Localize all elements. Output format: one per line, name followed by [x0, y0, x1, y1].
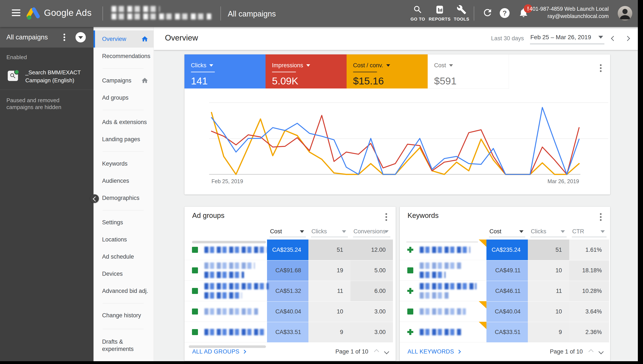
sort-column-ctr[interactable]: CTR: [569, 227, 609, 237]
redacted-account-name[interactable]: [112, 6, 212, 21]
clicks-cell: 9: [528, 322, 569, 342]
nav-item-recommendations[interactable]: Recommendations: [94, 48, 154, 65]
nav-item-advanced-bid-adj[interactable]: Advanced bid adj.: [94, 282, 154, 300]
sidebar-title: All campaigns: [7, 34, 48, 41]
nav-item-overview[interactable]: Overview: [94, 30, 154, 48]
nav-item-change-history[interactable]: Change history: [94, 307, 154, 324]
refresh-button[interactable]: [482, 7, 493, 19]
divider: [103, 329, 144, 329]
nav-item-locations[interactable]: Locations: [94, 231, 154, 248]
nav-item-audiences[interactable]: Audiences: [94, 172, 154, 190]
scorecard-impressions[interactable]: Impressions 5.09K: [265, 54, 347, 88]
context-title: All campaigns: [228, 10, 276, 18]
horizontal-scrollbar[interactable]: [189, 345, 266, 348]
table-row[interactable]: CA$46.11 11 10.28%: [400, 281, 610, 301]
conversions-cell: 6.00: [351, 281, 393, 301]
table-row[interactable]: CA$33.51 9 2.36%: [400, 322, 610, 342]
campaign-switcher-button[interactable]: [76, 32, 86, 42]
screen-edge: [638, 0, 643, 364]
ad-groups-kebab-menu-icon[interactable]: [385, 216, 387, 218]
clicks-cell: 9: [308, 322, 351, 342]
table-row[interactable]: CA$33.51 9 3.00: [184, 322, 396, 342]
home-icon: [141, 77, 148, 84]
nav-item-demographics[interactable]: Demographics: [94, 190, 154, 206]
next-period-button[interactable]: [625, 36, 630, 41]
nav-item-ad-groups[interactable]: Ad groups: [94, 89, 154, 106]
chevron-down-icon: [561, 230, 565, 233]
redacted-keyword: [420, 262, 462, 269]
keywords-kebab-menu-icon[interactable]: [600, 216, 602, 218]
divider: [103, 210, 144, 210]
sort-column-clicks[interactable]: Clicks: [308, 227, 351, 237]
page-down-button[interactable]: [598, 349, 603, 354]
previous-period-button[interactable]: [611, 36, 616, 41]
page-up-button[interactable]: [588, 349, 593, 354]
card-footer: ALL KEYWORDS Page 1 of 10: [400, 342, 610, 361]
nav-item-ads-extensions[interactable]: Ads & extensions: [94, 114, 154, 131]
nav-item-keywords[interactable]: Keywords: [94, 155, 154, 172]
horizontal-scrollbar[interactable]: [192, 241, 266, 244]
divider: [474, 6, 474, 20]
sidebar-kebab-menu-icon[interactable]: [64, 36, 65, 38]
date-range-picker[interactable]: Feb 25 – Mar 26, 2019: [530, 33, 604, 44]
table-row[interactable]: CA$49.11 10 18.18%: [400, 260, 610, 281]
keywords-card: Keywords Cost Clicks CTR CA$235.24 51 1.…: [400, 207, 610, 361]
sort-column-cost[interactable]: Cost: [267, 227, 308, 237]
redacted-ad-group-name: [204, 308, 258, 315]
home-icon: [141, 35, 148, 43]
nav-item-devices[interactable]: Devices: [94, 265, 154, 282]
sort-column-clicks[interactable]: Clicks: [528, 227, 569, 237]
all-keywords-link[interactable]: ALL KEYWORDS: [408, 348, 460, 355]
reports-button[interactable]: REPORTS: [428, 5, 451, 22]
table-row[interactable]: CA$51.32 11 6.00: [184, 281, 396, 301]
nav-item-ad-schedule[interactable]: Ad schedule: [94, 248, 154, 265]
chart-kebab-menu-icon[interactable]: [600, 67, 602, 69]
table-row[interactable]: CA$40.04 10 3.64%: [400, 301, 610, 322]
clicks-cell: 10: [308, 301, 351, 322]
campaign-list-item[interactable]: _Search BMM/EXACT Campaign (English): [0, 63, 94, 90]
horizontal-scrollbar[interactable]: [406, 241, 478, 243]
menu-icon[interactable]: [12, 10, 20, 17]
chevron-down-icon: [600, 230, 605, 233]
tools-button[interactable]: TOOLS: [450, 5, 473, 22]
page-up-button[interactable]: [374, 349, 379, 354]
clicks-cell: 19: [308, 260, 351, 281]
ad-groups-table: CA$235.24 51 12.00 CA$91.68 19 5.00 CA$5…: [184, 240, 396, 342]
clicks-cell: 11: [528, 281, 569, 301]
chevron-down-icon: [384, 230, 389, 233]
nav-item-drafts-experiments[interactable]: Drafts & experiments: [94, 332, 154, 358]
wrench-icon: [457, 5, 466, 14]
table-row[interactable]: CA$91.68 19 5.00: [184, 260, 396, 281]
avatar[interactable]: [618, 6, 632, 20]
help-button[interactable]: ?: [500, 8, 510, 18]
campaign-sidebar-header: All campaigns: [0, 27, 94, 48]
top-app-bar: Google Ads All campaigns GO TO REPORTS T…: [0, 0, 643, 27]
help-icon: ?: [500, 8, 510, 18]
nav-item-landing-pages[interactable]: Landing pages: [94, 131, 154, 148]
chevron-right-icon: [242, 350, 246, 354]
google-ads-app: Google Ads All campaigns GO TO REPORTS T…: [0, 0, 643, 364]
redacted-keyword: [420, 246, 470, 253]
scorecard-clicks[interactable]: Clicks 141: [184, 54, 265, 88]
nav-item-campaigns[interactable]: Campaigns: [94, 72, 154, 89]
redacted-ad-group-name: [204, 262, 255, 269]
cost-cell: CA$235.24: [486, 240, 528, 260]
table-row[interactable]: CA$40.04 10 3.00: [184, 301, 396, 322]
sort-column-cost[interactable]: Cost: [486, 227, 528, 237]
chevron-down-icon: [78, 36, 83, 39]
conversions-cell: 5.00: [351, 260, 393, 281]
scorecard-cost-per-conv[interactable]: Cost / conv. $15.16: [347, 54, 428, 88]
sort-column-conversions[interactable]: Conversions: [351, 227, 393, 237]
warning-corner-icon: [479, 301, 486, 308]
page-down-button[interactable]: [384, 349, 389, 354]
google-ads-logo-icon[interactable]: [26, 6, 40, 20]
collapse-sidebar-button[interactable]: [90, 194, 99, 203]
all-ad-groups-link[interactable]: ALL AD GROUPS: [192, 348, 246, 355]
keywords-table: CA$235.24 51 1.61% CA$49.11 10 18.18% CA…: [400, 240, 610, 342]
go-to-button[interactable]: GO TO: [406, 5, 430, 22]
redacted-ad-group-name: [204, 283, 269, 290]
scorecard-cost[interactable]: Cost $591: [428, 54, 509, 89]
notifications-button[interactable]: !: [518, 7, 529, 19]
divider: [103, 68, 144, 68]
nav-item-settings[interactable]: Settings: [94, 214, 154, 231]
